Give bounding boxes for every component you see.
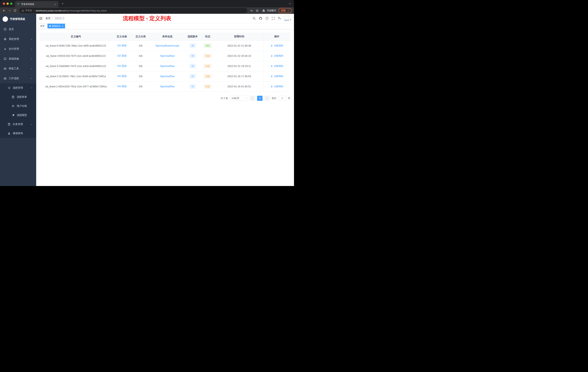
reload-button[interactable] (12, 8, 17, 13)
definition-name-link[interactable]: OA 请假 (117, 44, 126, 47)
forward-button[interactable] (7, 8, 12, 13)
col-form-info: 表单信息 (150, 33, 185, 41)
cell-category: OA (132, 81, 150, 92)
url-host: dashboard.yudao.iocoder.cn (36, 9, 65, 12)
fullscreen-icon[interactable] (272, 17, 275, 20)
font-size-icon[interactable]: TT (278, 17, 281, 20)
user-group-icon (12, 105, 15, 108)
cell-category: OA (132, 41, 150, 51)
tag-process-definition[interactable]: 流程定义 × (47, 24, 65, 28)
browser-window: 芋道管理系统 × + 不安全 dashboard.yudao.iocoder.c… (0, 0, 294, 186)
gear-icon (4, 38, 7, 41)
browser-update-button[interactable]: 更新 ⋮ (278, 8, 292, 13)
sidebar-item-process-management[interactable]: 流程管理 (0, 83, 36, 92)
version-badge: v3 (190, 64, 196, 68)
update-label: 更新 (281, 9, 286, 12)
pagination-total: 共 5 条 (221, 97, 228, 100)
definition-name-link[interactable]: OA 请假 (117, 85, 126, 88)
search-icon[interactable] (252, 17, 256, 20)
sidebar-item-user-group[interactable]: 用户分组 (0, 101, 36, 111)
browser-toolbar: 不安全 dashboard.yudao.iocoder.cn /bpm/mana… (0, 7, 294, 14)
goto-page-input[interactable] (278, 96, 286, 101)
cell-deploy-time: 2022-01-22 21:48:38 (215, 41, 263, 51)
form-link[interactable]: /bpm/oa/leave/create (156, 44, 179, 47)
password-key-icon[interactable] (249, 8, 254, 13)
briefcase-icon (4, 77, 7, 80)
sidebar-item-system[interactable]: 系统管理 (0, 34, 36, 44)
user-icon (271, 55, 273, 57)
user-icon (8, 132, 10, 135)
assign-rule-link[interactable]: 分配规则 (271, 44, 283, 47)
form-link[interactable]: /bpm/oa/flow (160, 75, 175, 78)
definition-name-link[interactable]: OA 请假 (117, 54, 126, 57)
help-icon[interactable]: ? (265, 17, 269, 20)
prev-page-button[interactable]: ‹ (250, 96, 255, 101)
chevron-up-icon (31, 87, 32, 89)
zoom-window-button[interactable] (10, 2, 12, 5)
form-icon (12, 96, 15, 98)
browser-tabstrip: 芋道管理系统 × + (0, 0, 294, 7)
minimize-window-button[interactable] (7, 2, 9, 5)
sidebar-item-payment[interactable]: ¥ 支付管理 (0, 44, 36, 54)
sidebar-item-devtools[interactable]: 研发工具 (0, 64, 36, 74)
send-icon (12, 114, 15, 117)
form-link[interactable]: /bpm/oa/flow (160, 85, 175, 88)
tag-close-icon[interactable]: × (62, 25, 63, 27)
back-button[interactable] (1, 8, 7, 13)
assign-rule-link[interactable]: 分配规则 (271, 54, 283, 57)
user-icon (271, 75, 273, 77)
assign-rule-link[interactable]: 分配规则 (271, 65, 283, 68)
sidebar-item-task-management[interactable]: 任务管理 (0, 120, 36, 129)
sidebar-item-home[interactable]: 首页 (0, 24, 36, 34)
new-tab-button[interactable]: + (60, 1, 65, 6)
form-link[interactable]: /bpm/oa/flow (160, 65, 175, 67)
caret-down-icon: ▾ (290, 19, 291, 21)
tab-search-chevron-icon[interactable] (289, 2, 291, 5)
browser-menu-icon[interactable]: ⋮ (287, 9, 290, 12)
cell-definition-id: oa_leave:1:482ec033-762a-11ec-8477-a2380… (40, 81, 112, 92)
address-bar[interactable]: 不安全 dashboard.yudao.iocoder.cn /bpm/mana… (19, 8, 247, 13)
avatar[interactable] (284, 16, 289, 21)
sidebar-logo[interactable]: 芋道管理系统 (0, 14, 36, 24)
warning-triangle-icon (21, 9, 24, 12)
chevron-down-icon (31, 68, 32, 70)
close-window-button[interactable] (3, 2, 5, 5)
sidebar-item-leave-query[interactable]: 请假查询 (0, 129, 36, 138)
cell-deploy-time: 2022-01-16 17:46:53 (215, 71, 263, 81)
goto-suffix: 页 (288, 97, 290, 100)
cell-category: OA (132, 51, 150, 61)
form-link[interactable]: /bpm/oa/flow (160, 55, 175, 57)
cell-deploy-time: 2022-01-22 20:34:10 (215, 51, 263, 61)
cell-category: OA (132, 71, 150, 81)
version-badge: v2 (190, 74, 196, 78)
incognito-label: 无痕模式 (267, 9, 276, 12)
assign-rule-link[interactable]: 分配规则 (271, 85, 283, 88)
pagination: 共 5 条 10条/页 ▾ ‹ 1 › 前往 页 (40, 96, 290, 101)
tab-close-icon[interactable]: × (53, 2, 57, 6)
version-badge: v1 (190, 84, 196, 89)
sidebar-item-workflow[interactable]: 工作流程 (0, 74, 36, 83)
tag-home[interactable]: 首页 (38, 24, 46, 28)
definition-name-link[interactable]: OA 请假 (117, 75, 126, 77)
current-page-button[interactable]: 1 (257, 96, 262, 101)
sidebar-toggle-icon[interactable] (39, 17, 42, 20)
user-menu[interactable]: ▾ (284, 16, 291, 21)
window-controls (3, 2, 12, 5)
page-size-select[interactable]: 10条/页 ▾ (230, 96, 248, 101)
logo-title: 芋道管理系统 (10, 17, 25, 21)
user-icon (271, 65, 273, 67)
assign-rule-link[interactable]: 分配规则 (271, 75, 283, 78)
chevron-up-icon (31, 77, 32, 79)
sidebar-item-process-model[interactable]: 流程模型 (0, 111, 36, 120)
next-page-button[interactable]: › (264, 96, 270, 101)
monitor-icon (4, 57, 7, 60)
task-icon (8, 123, 10, 126)
breadcrumb-home[interactable]: 首页 (45, 17, 51, 20)
sidebar-item-process-form[interactable]: 流程表单 (0, 92, 36, 101)
definition-name-link[interactable]: OA 请假 (117, 65, 126, 67)
github-icon[interactable] (259, 17, 262, 20)
sidebar-item-infrastructure[interactable]: 基础设施 (0, 54, 36, 64)
bookmark-star-icon[interactable] (254, 8, 260, 13)
tags-view-bar: 首页 流程定义 × (36, 23, 294, 29)
browser-tab[interactable]: 芋道管理系统 × (15, 1, 59, 7)
